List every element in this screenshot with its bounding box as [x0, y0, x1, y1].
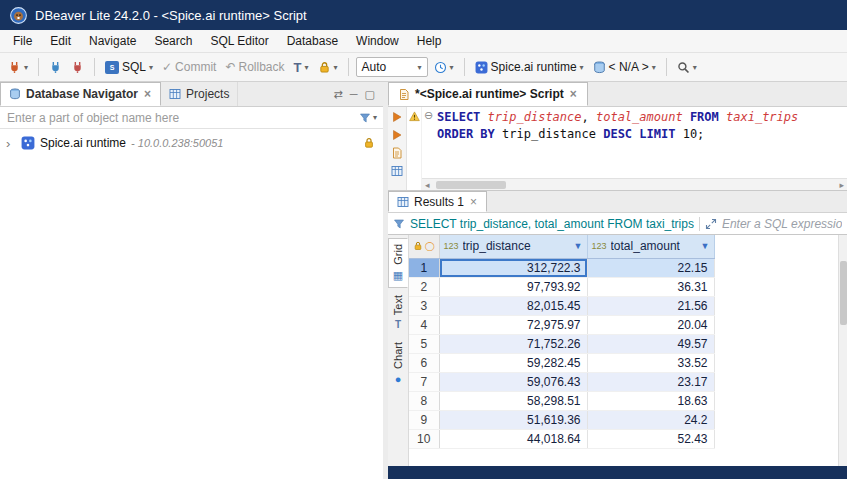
- scroll-right-icon[interactable]: ▸: [836, 180, 847, 190]
- cell-total-amount[interactable]: 22.15: [587, 258, 714, 277]
- filter-query-text[interactable]: SELECT trip_distance, total_amount FROM …: [410, 217, 694, 231]
- table-row[interactable]: 858,298.5118.63: [409, 391, 715, 410]
- search-button[interactable]: ▾: [674, 59, 700, 76]
- cell-total-amount[interactable]: 20.04: [587, 315, 714, 334]
- menu-search[interactable]: Search: [145, 31, 201, 51]
- menu-help[interactable]: Help: [408, 31, 451, 51]
- cell-empty[interactable]: [714, 410, 715, 429]
- sql-line[interactable]: ORDER BY trip_distance DESC LIMIT 10;: [437, 126, 845, 143]
- filter-settings-button[interactable]: ▾: [353, 112, 383, 124]
- table-row[interactable]: 571,752.2649.57: [409, 334, 715, 353]
- row-number-cell[interactable]: 10: [409, 429, 439, 448]
- table-row[interactable]: 1312,722.322.15: [409, 258, 715, 277]
- export-data-icon[interactable]: [391, 165, 403, 177]
- menu-database[interactable]: Database: [278, 31, 347, 51]
- maximize-icon[interactable]: ▢: [365, 88, 375, 101]
- rollback-button[interactable]: ↶ Rollback: [222, 58, 287, 76]
- cell-empty[interactable]: [714, 353, 715, 372]
- execute-script-icon[interactable]: [391, 129, 403, 141]
- cell-total-amount[interactable]: 24.2: [587, 410, 714, 429]
- tab-chart-view[interactable]: Chart ●: [388, 337, 408, 390]
- cell-total-amount[interactable]: 52.43: [587, 429, 714, 448]
- cell-total-amount[interactable]: 49.57: [587, 334, 714, 353]
- cell-trip-distance[interactable]: 51,619.36: [439, 410, 587, 429]
- editor-hscrollbar[interactable]: ◂ ▸: [422, 178, 847, 190]
- sort-desc-icon[interactable]: ▼: [701, 241, 710, 251]
- table-row[interactable]: 472,975.9720.04: [409, 315, 715, 334]
- transaction-mode-button[interactable]: T ▾: [291, 58, 312, 77]
- sort-desc-icon[interactable]: ▼: [574, 241, 583, 251]
- close-icon[interactable]: ×: [143, 87, 152, 101]
- cell-total-amount[interactable]: 18.63: [587, 391, 714, 410]
- menu-edit[interactable]: Edit: [41, 31, 80, 51]
- menu-window[interactable]: Window: [347, 31, 408, 51]
- grid-corner-cell[interactable]: ◯: [409, 235, 439, 258]
- cell-total-amount[interactable]: 23.17: [587, 372, 714, 391]
- table-row[interactable]: 297,793.9236.31: [409, 277, 715, 296]
- scroll-left-icon[interactable]: ◂: [422, 180, 433, 190]
- connection-selector[interactable]: Spice.ai runtime ▾: [472, 58, 587, 76]
- row-number-cell[interactable]: 4: [409, 315, 439, 334]
- row-number-cell[interactable]: 9: [409, 410, 439, 429]
- cell-empty[interactable]: [714, 429, 715, 448]
- row-number-cell[interactable]: 3: [409, 296, 439, 315]
- security-button[interactable]: ▾: [315, 59, 341, 76]
- cell-empty[interactable]: [714, 372, 715, 391]
- close-icon[interactable]: ×: [569, 87, 578, 101]
- disconnect-button[interactable]: [68, 59, 87, 76]
- schema-selector[interactable]: < N/A > ▾: [590, 58, 659, 76]
- cell-trip-distance[interactable]: 72,975.97: [439, 315, 587, 334]
- table-row[interactable]: 659,282.4533.52: [409, 353, 715, 372]
- commit-mode-combobox[interactable]: Auto ▾: [356, 57, 428, 77]
- menu-file[interactable]: File: [4, 31, 41, 51]
- sql-editor-button[interactable]: S SQL ▾: [102, 58, 156, 76]
- expand-icon[interactable]: [705, 218, 717, 230]
- filter-expression-placeholder[interactable]: Enter a SQL expression to...: [722, 217, 842, 231]
- tab-sql-script[interactable]: *<Spice.ai runtime> Script ×: [388, 82, 588, 106]
- cell-trip-distance[interactable]: 82,015.45: [439, 296, 587, 315]
- tab-text-view[interactable]: Text T: [388, 290, 408, 335]
- row-number-cell[interactable]: 7: [409, 372, 439, 391]
- tab-results-1[interactable]: Results 1 ×: [388, 191, 487, 212]
- tab-projects[interactable]: Projects: [161, 82, 238, 106]
- row-number-cell[interactable]: 5: [409, 334, 439, 353]
- tree-item-spice-connection[interactable]: › Spice.ai runtime - 10.0.0.238:50051: [0, 132, 383, 154]
- table-row[interactable]: 951,619.3624.2: [409, 410, 715, 429]
- column-header-total-amount[interactable]: 123 total_amount ▼: [587, 235, 714, 258]
- cell-trip-distance[interactable]: 44,018.64: [439, 429, 587, 448]
- cell-empty[interactable]: [714, 315, 715, 334]
- table-row[interactable]: 382,015.4521.56: [409, 296, 715, 315]
- execute-statement-icon[interactable]: [391, 111, 403, 123]
- cell-empty[interactable]: [714, 334, 715, 353]
- row-number-cell[interactable]: 2: [409, 277, 439, 296]
- tab-database-navigator[interactable]: Database Navigator ×: [0, 82, 161, 106]
- grid-vscrollbar[interactable]: [838, 235, 847, 479]
- cell-total-amount[interactable]: 33.52: [587, 353, 714, 372]
- object-filter-input[interactable]: [0, 107, 353, 128]
- hscroll-thumb[interactable]: [436, 181, 506, 189]
- cell-empty[interactable]: [714, 296, 715, 315]
- fold-collapse-icon[interactable]: ⊖: [424, 109, 433, 121]
- chevron-right-icon[interactable]: ›: [6, 136, 16, 151]
- cell-trip-distance[interactable]: 312,722.3: [439, 258, 587, 277]
- table-row[interactable]: 1044,018.6452.43: [409, 429, 715, 448]
- cell-total-amount[interactable]: 21.56: [587, 296, 714, 315]
- row-number-cell[interactable]: 1: [409, 258, 439, 277]
- explain-plan-icon[interactable]: [391, 147, 403, 159]
- cell-trip-distance[interactable]: 59,282.45: [439, 353, 587, 372]
- cell-trip-distance[interactable]: 97,793.92: [439, 277, 587, 296]
- close-icon[interactable]: ×: [469, 195, 478, 209]
- link-editor-icon[interactable]: ⇄: [334, 88, 343, 101]
- new-connection-button[interactable]: ▾: [5, 59, 31, 76]
- cell-trip-distance[interactable]: 59,076.43: [439, 372, 587, 391]
- row-number-cell[interactable]: 8: [409, 391, 439, 410]
- cell-empty[interactable]: [714, 258, 715, 277]
- cell-empty[interactable]: [714, 277, 715, 296]
- table-row[interactable]: 759,076.4323.17: [409, 372, 715, 391]
- column-header-trip-distance[interactable]: 123 trip_distance ▼: [439, 235, 587, 258]
- cell-empty[interactable]: [714, 391, 715, 410]
- menu-sql-editor[interactable]: SQL Editor: [201, 31, 277, 51]
- sql-line[interactable]: SELECT trip_distance, total_amount FROM …: [437, 109, 845, 126]
- cell-trip-distance[interactable]: 71,752.26: [439, 334, 587, 353]
- cell-trip-distance[interactable]: 58,298.51: [439, 391, 587, 410]
